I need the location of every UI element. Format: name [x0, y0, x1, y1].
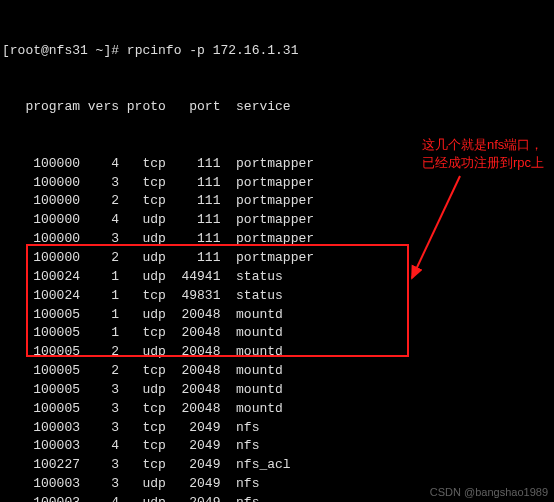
- table-row: 100024 1 tcp 49831 status: [2, 287, 552, 306]
- table-row: 100003 4 tcp 2049 nfs: [2, 437, 552, 456]
- command-text: rpcinfo -p 172.16.1.31: [127, 43, 299, 58]
- table-row: 100000 2 tcp 111 portmapper: [2, 192, 552, 211]
- table-row: 100005 2 udp 20048 mountd: [2, 343, 552, 362]
- annotation-text: 这几个就是nfs端口，已经成功注册到rpc上: [422, 136, 552, 172]
- table-row: 100005 3 udp 20048 mountd: [2, 381, 552, 400]
- table-row: 100005 3 tcp 20048 mountd: [2, 400, 552, 419]
- table-row: 100000 3 udp 111 portmapper: [2, 230, 552, 249]
- table-row: 100000 2 udp 111 portmapper: [2, 249, 552, 268]
- terminal-output[interactable]: [root@nfs31 ~]# rpcinfo -p 172.16.1.31 p…: [0, 0, 554, 502]
- watermark: CSDN @bangshao1989: [430, 486, 548, 498]
- table-row: 100005 2 tcp 20048 mountd: [2, 362, 552, 381]
- table-row: 100005 1 tcp 20048 mountd: [2, 324, 552, 343]
- table-row: 100024 1 udp 44941 status: [2, 268, 552, 287]
- table-row: 100005 1 udp 20048 mountd: [2, 306, 552, 325]
- table-row: 100003 3 tcp 2049 nfs: [2, 419, 552, 438]
- table-row: 100000 3 tcp 111 portmapper: [2, 174, 552, 193]
- shell-prompt: [root@nfs31 ~]#: [2, 43, 127, 58]
- table-row: 100227 3 tcp 2049 nfs_acl: [2, 456, 552, 475]
- table-header: program vers proto port service: [2, 98, 552, 117]
- table-row: 100000 4 udp 111 portmapper: [2, 211, 552, 230]
- command-line-1: [root@nfs31 ~]# rpcinfo -p 172.16.1.31: [2, 42, 552, 61]
